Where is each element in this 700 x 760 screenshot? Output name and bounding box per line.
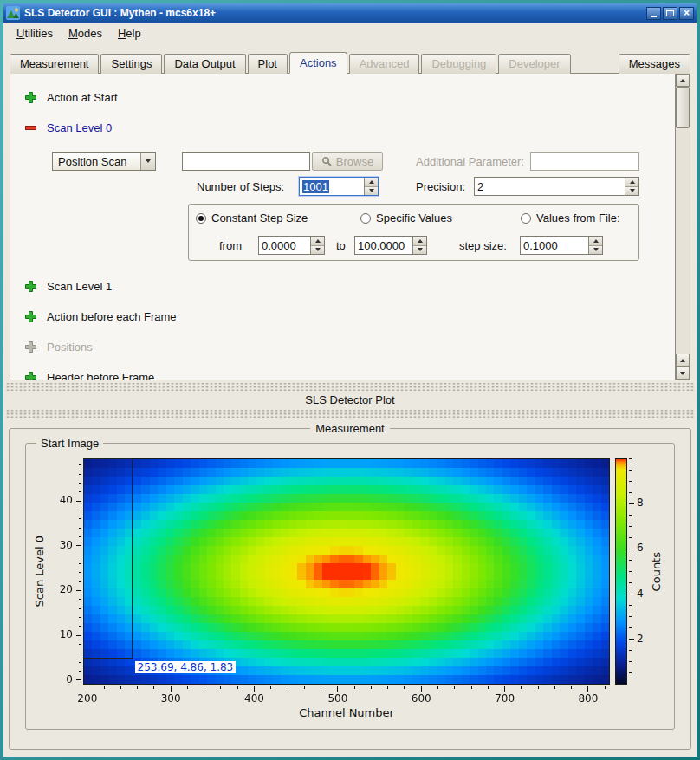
- header-before-frame-label: Header before Frame: [47, 371, 154, 380]
- radio-constant-step-size-label: Constant Step Size: [211, 211, 308, 224]
- minimize-button[interactable]: [646, 7, 661, 20]
- colorbar-title: Counts: [650, 458, 663, 685]
- x-axis-minor-tick: [454, 686, 455, 689]
- spin-down-button[interactable]: [589, 246, 602, 255]
- x-axis-minor-tick: [571, 686, 572, 689]
- y-axis-minor-tick: [79, 653, 81, 653]
- y-axis-minor-tick: [79, 483, 81, 484]
- y-axis-major-tick: [76, 635, 81, 636]
- colorbar: [615, 458, 627, 685]
- maximize-button[interactable]: [663, 7, 677, 20]
- scrollbar-thumb[interactable]: [676, 87, 690, 128]
- step-size-value: 0.1000: [523, 239, 558, 252]
- expand-plus-icon[interactable]: [24, 280, 37, 293]
- spin-up-button[interactable]: [625, 178, 638, 187]
- menu-utilities[interactable]: Utilities: [9, 24, 61, 42]
- y-axis-tick-label: 40: [43, 494, 73, 506]
- x-axis-major-tick: [87, 686, 88, 692]
- y-axis-tick-label: 10: [43, 628, 73, 640]
- chevron-down-icon[interactable]: [140, 153, 155, 170]
- spin-up-button[interactable]: [589, 237, 602, 246]
- colorbar-minor-tick: [629, 481, 632, 482]
- radio-specific-values[interactable]: Specific Values: [360, 211, 452, 224]
- tab-settings[interactable]: Settings: [100, 54, 162, 74]
- plot-dock-title: SLS Detector Plot: [3, 392, 697, 409]
- radio-values-from-file[interactable]: Values from File:: [521, 211, 620, 224]
- x-axis-minor-tick: [471, 686, 472, 689]
- colorbar-major-tick: [629, 503, 634, 504]
- titlebar[interactable]: SLS Detector GUI : Mythen - mcs6x18+ ×: [3, 3, 697, 23]
- spin-down-button[interactable]: [365, 187, 378, 196]
- scan-level-0-row[interactable]: Scan Level 0: [24, 121, 112, 134]
- expand-plus-icon[interactable]: [24, 371, 37, 380]
- scan-mode-select[interactable]: Position Scan: [52, 152, 156, 171]
- browse-button: Browse: [312, 152, 383, 171]
- to-value: 100.0000: [358, 239, 405, 252]
- colorbar-minor-tick: [629, 672, 632, 673]
- colorbar-minor-tick: [629, 470, 632, 471]
- spin-up-button[interactable]: [365, 178, 378, 187]
- window: SLS Detector GUI : Mythen - mcs6x18+ × U…: [0, 0, 700, 760]
- precision-spinbox[interactable]: 2: [474, 177, 639, 196]
- radio-icon[interactable]: [521, 213, 531, 224]
- plot-canvas-area: Scan Level 0 253.69, 4.86, 1.83 Counts C…: [29, 451, 671, 725]
- spin-down-button[interactable]: [311, 246, 324, 255]
- radio-selected-icon[interactable]: [196, 213, 206, 224]
- tab-plot[interactable]: Plot: [248, 54, 288, 74]
- close-button[interactable]: ×: [679, 7, 694, 20]
- y-axis-minor-tick: [79, 555, 81, 555]
- expand-plus-icon[interactable]: [24, 91, 37, 104]
- step-size-label: step size:: [459, 239, 507, 252]
- spin-down-button[interactable]: [625, 187, 638, 196]
- additional-parameter-input[interactable]: [530, 152, 639, 171]
- precision-value: 2: [477, 180, 483, 193]
- tab-measurement[interactable]: Measurement: [10, 54, 99, 74]
- splitter-grip-dots[interactable]: [6, 410, 694, 418]
- header-before-frame-row[interactable]: Header before Frame: [24, 371, 154, 380]
- tab-messages[interactable]: Messages: [619, 54, 690, 74]
- y-axis-major-tick: [76, 679, 81, 680]
- from-spinbox[interactable]: 0.0000: [258, 236, 325, 255]
- tab-actions[interactable]: Actions: [289, 52, 347, 74]
- spin-up-button[interactable]: [311, 237, 324, 246]
- window-title: SLS Detector GUI : Mythen - mcs6x18+: [24, 7, 645, 19]
- step-size-spinbox[interactable]: 0.1000: [520, 236, 603, 255]
- x-axis-minor-tick: [521, 686, 522, 689]
- heatmap-plot[interactable]: [83, 458, 610, 685]
- action-at-start-row[interactable]: Action at Start: [24, 91, 118, 104]
- scroll-up-button-2[interactable]: [676, 354, 690, 367]
- x-axis-minor-tick: [288, 686, 288, 689]
- menu-help[interactable]: Help: [110, 24, 149, 42]
- scroll-down-button[interactable]: [676, 367, 690, 380]
- colorbar-major-tick: [629, 594, 634, 594]
- vertical-scrollbar[interactable]: [675, 74, 690, 380]
- y-axis-minor-tick: [79, 608, 81, 609]
- start-image-group-title: Start Image: [36, 437, 103, 450]
- x-axis-tick-label: 600: [404, 692, 438, 705]
- x-axis-minor-tick: [387, 686, 388, 689]
- y-axis-major-tick: [76, 545, 81, 546]
- menu-modes[interactable]: Modes: [61, 24, 110, 42]
- to-spinbox[interactable]: 100.0000: [354, 236, 427, 255]
- y-axis-minor-tick: [79, 518, 81, 519]
- spin-up-button[interactable]: [413, 237, 426, 246]
- collapse-minus-icon[interactable]: [24, 121, 37, 134]
- scan-level-1-row[interactable]: Scan Level 1: [24, 280, 112, 293]
- scan-level-1-label: Scan Level 1: [47, 280, 112, 293]
- radio-constant-step-size[interactable]: Constant Step Size: [196, 211, 308, 224]
- heatmap-canvas[interactable]: [84, 459, 609, 684]
- scan-script-input[interactable]: [182, 152, 310, 171]
- splitter-handle[interactable]: SLS Detector Plot: [3, 380, 697, 420]
- colorbar-tick-label: 6: [637, 542, 654, 554]
- x-axis-tick-label: 500: [321, 692, 355, 705]
- from-label: from: [219, 239, 242, 252]
- radio-icon[interactable]: [360, 213, 371, 224]
- action-before-each-frame-row[interactable]: Action before each Frame: [24, 310, 177, 323]
- splitter-grip-dots[interactable]: [6, 383, 694, 391]
- scroll-up-button[interactable]: [676, 74, 690, 87]
- spin-down-button[interactable]: [413, 246, 426, 255]
- scrollbar-track[interactable]: [676, 128, 690, 354]
- number-of-steps-spinbox[interactable]: 1001: [299, 177, 379, 196]
- tab-data-output[interactable]: Data Output: [164, 54, 245, 74]
- expand-plus-icon[interactable]: [24, 310, 37, 323]
